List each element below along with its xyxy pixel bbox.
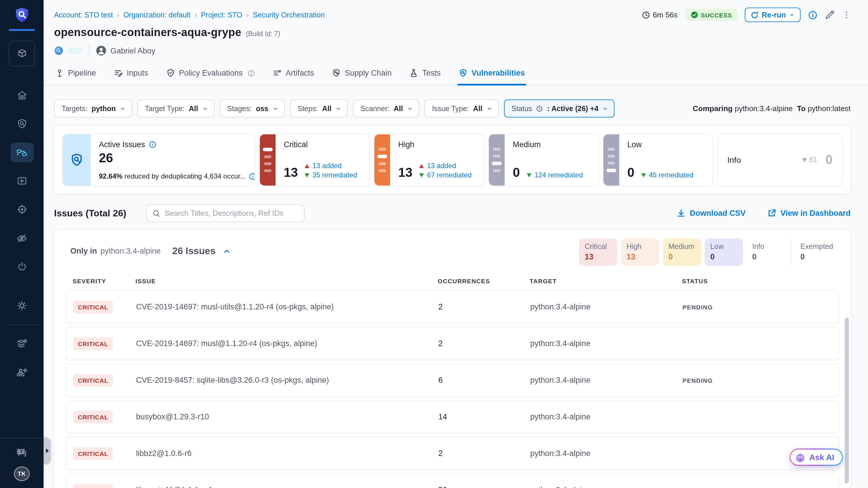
tab-tests[interactable]: Tests — [408, 63, 442, 86]
low-card[interactable]: Low 0 45 remediated — [603, 134, 713, 186]
breadcrumb-project[interactable]: Project: STO — [201, 11, 242, 19]
chip-exempted[interactable]: Exempted 0 — [790, 239, 839, 266]
active-issues-card[interactable]: Active Issues 26 92.64% reduced by dedup… — [63, 134, 255, 186]
download-csv-button[interactable]: Download CSV — [677, 209, 746, 217]
person-icon — [96, 45, 106, 56]
status-badge: SUCCESS — [685, 9, 737, 21]
filter-target-type[interactable]: Target Type: All — [137, 99, 214, 118]
gear-icon — [16, 299, 28, 311]
issue-title[interactable]: libbz2@1.0.6-r6 — [136, 449, 438, 458]
table-row[interactable]: CRITICAL CVE-2019-14697: musl-utils@1.1.… — [66, 290, 839, 324]
tab-policy-evaluations[interactable]: Policy Evaluations — [165, 63, 256, 86]
table-row[interactable]: CRITICAL busybox@1.29.3-r10 14 python:3.… — [66, 400, 839, 433]
low-remediated[interactable]: 45 remediated — [649, 171, 693, 179]
chip-critical[interactable]: Critical 13 — [579, 239, 617, 266]
info-icon[interactable] — [249, 173, 255, 180]
rerun-button[interactable]: Re-run — [745, 7, 801, 22]
sidebar-item-scans[interactable] — [10, 114, 33, 134]
user-avatar[interactable]: TK — [14, 466, 30, 481]
chip-label: Low — [710, 243, 737, 251]
help-chat-button[interactable]: ? — [15, 447, 29, 459]
sto-shield-logo[interactable] — [13, 6, 31, 24]
table-row[interactable]: CRITICAL libcrypto11@1.1.1a-r1 50 python… — [66, 474, 839, 488]
shield-search-icon — [459, 69, 467, 78]
comparing-summary: Comparing python:3.4-alpine To python:la… — [693, 104, 850, 113]
medium-card[interactable]: Medium 0 124 remediated — [489, 134, 598, 186]
critical-card[interactable]: Critical 13 13 added 35 remediated — [260, 134, 369, 186]
edit-pipeline-button[interactable] — [825, 10, 835, 20]
issues-actions: Download CSV View in Dashboard — [677, 209, 850, 217]
chat-question-icon: ? — [15, 447, 29, 459]
occurrences-count: 2 — [438, 339, 530, 348]
pipeline-tab-icon — [55, 69, 64, 78]
issue-title[interactable]: CVE-2019-8457: sqlite-libs@3.26.0-r3 (os… — [136, 376, 438, 385]
filter-steps[interactable]: Steps: All — [290, 99, 348, 118]
issues-search[interactable] — [146, 204, 305, 222]
sidebar-item-baselines[interactable] — [10, 228, 33, 248]
sidebar-item-pipelines[interactable] — [10, 143, 33, 162]
info-card[interactable]: Info 81 0 — [718, 134, 842, 186]
medium-strip — [489, 134, 505, 186]
high-card[interactable]: High 13 13 added 67 remediated — [374, 134, 484, 186]
sidebar-item-executions[interactable] — [10, 171, 33, 191]
table-row[interactable]: CRITICAL libbz2@1.0.6-r6 2 python:3.4-al… — [66, 437, 839, 470]
tab-inputs[interactable]: Inputs — [113, 63, 149, 86]
chevron-up-icon[interactable] — [222, 247, 230, 255]
breadcrumb-org[interactable]: Organization: default — [123, 11, 190, 19]
issue-title[interactable]: busybox@1.29.3-r10 — [136, 413, 438, 421]
filter-issue-type[interactable]: Issue Type: All — [425, 99, 499, 118]
search-input[interactable] — [164, 209, 298, 217]
shield-check-icon — [166, 69, 175, 78]
tab-pipeline[interactable]: Pipeline — [54, 63, 97, 86]
high-added[interactable]: 13 added — [427, 162, 456, 170]
chip-high[interactable]: High 13 — [621, 239, 659, 266]
filter-stages[interactable]: Stages: oss — [219, 99, 285, 118]
module-selector-button[interactable] — [9, 41, 35, 66]
view-in-dashboard-button[interactable]: View in Dashboard — [768, 209, 850, 217]
sidebar-item-settings[interactable] — [10, 296, 33, 315]
info-icon[interactable] — [149, 141, 156, 148]
sidebar-expand-handle[interactable] — [43, 437, 51, 464]
issue-title[interactable]: CVE-2019-14697: musl@1.1.20-r4 (os-pkgs,… — [136, 339, 438, 348]
issue-title[interactable]: CVE-2019-14697: musl-utils@1.1.20-r4 (os… — [136, 302, 438, 311]
table-row[interactable]: CRITICAL CVE-2019-8457: sqlite-libs@3.26… — [66, 364, 839, 397]
sidebar-item-targets[interactable] — [10, 200, 33, 219]
trigger-author-name[interactable]: Gabriel Aboy — [111, 46, 156, 55]
sidebar-item-getting-started[interactable] — [10, 256, 33, 276]
critical-remediated[interactable]: 35 remediated — [312, 171, 357, 179]
ask-ai-button[interactable]: Ask AI — [789, 449, 843, 466]
filter-targets[interactable]: Targets: python — [54, 99, 132, 118]
col-target: TARGET — [530, 277, 682, 284]
chip-medium[interactable]: Medium 0 — [662, 239, 701, 266]
table-row[interactable]: CRITICAL CVE-2019-14697: musl@1.1.20-r4 … — [66, 327, 839, 360]
sidebar-item-home[interactable] — [10, 86, 33, 105]
breadcrumb-account[interactable]: Account: STO test — [54, 11, 113, 19]
kebab-menu-icon — [842, 10, 850, 20]
breadcrumb-module[interactable]: Security Orchestration — [253, 11, 325, 19]
viewport: ? TK Account: STO test › Organization: d… — [0, 0, 868, 488]
tab-vulnerabilities[interactable]: Vulnerabilities — [458, 63, 526, 86]
tab-artifacts[interactable]: Artifacts — [272, 63, 315, 86]
sidebar-item-default-settings[interactable] — [10, 334, 33, 354]
remediated-down-icon — [305, 173, 310, 177]
execution-meta: 6m 56s SUCCESS Re-run — [642, 7, 850, 22]
target-name: python:3.4-alpine — [530, 486, 683, 488]
tab-supply-chain[interactable]: Supply Chain — [331, 63, 393, 86]
filter-value: All — [473, 104, 483, 113]
chip-low[interactable]: Low 0 — [704, 239, 743, 266]
info-button[interactable] — [808, 10, 817, 20]
more-options-button[interactable] — [842, 10, 850, 20]
filter-status[interactable]: Status : Active (26) +4 — [504, 99, 615, 118]
sidebar-item-org-settings[interactable] — [10, 362, 33, 382]
chip-info[interactable]: Info 0 — [746, 239, 784, 266]
execution-duration: 6m 56s — [642, 10, 678, 19]
high-remediated[interactable]: 67 remediated — [427, 171, 471, 179]
breadcrumb-separator: › — [117, 11, 119, 19]
filter-scanner[interactable]: Scanner: All — [353, 99, 419, 118]
critical-added[interactable]: 13 added — [312, 162, 342, 170]
issue-title[interactable]: libcrypto11@1.1.1a-r1 — [136, 486, 438, 488]
group-header[interactable]: Only in python:3.4-alpine 26 Issues — [66, 239, 230, 256]
issues-scrollbar[interactable] — [845, 317, 849, 483]
medium-remediated[interactable]: 124 remediated — [534, 171, 583, 179]
added-up-icon — [305, 164, 310, 168]
